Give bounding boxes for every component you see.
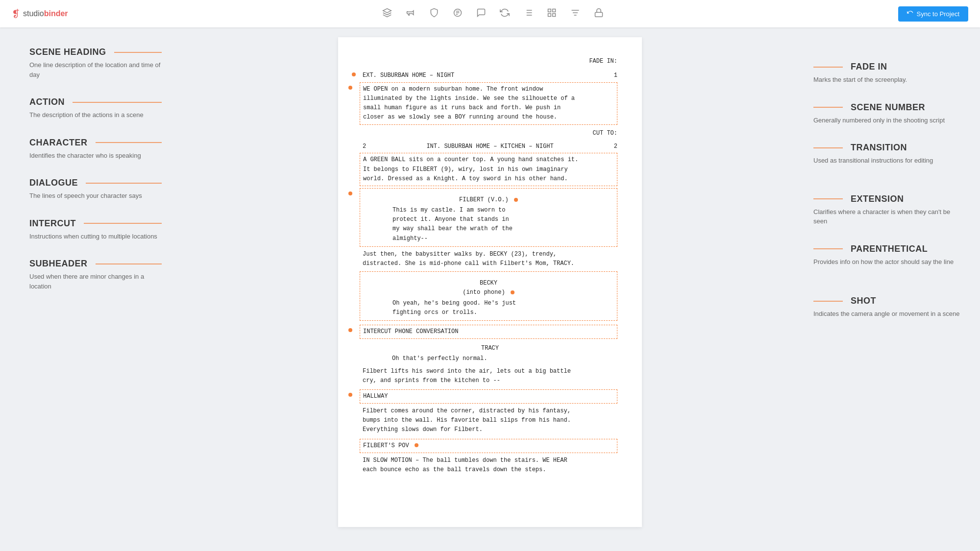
character1-name: FILBERT (V.O.) <box>363 195 614 205</box>
parenthetical-line: (into phone) <box>363 288 614 297</box>
hallway-action-text: Filbert comes around the corner, distrac… <box>363 407 571 433</box>
character-title: CHARACTER <box>29 138 162 148</box>
subheader-title: SUBHEADER <box>29 259 162 269</box>
logo-text: studiobinder <box>23 9 68 18</box>
scene2-action2: Just then, the babysitter walks by. BECK… <box>363 250 617 268</box>
megaphone-icon[interactable] <box>406 8 416 20</box>
transition-text: CUT TO: <box>593 130 617 137</box>
script-page: FADE IN: EXT. SUBURBAN HOME – NIGHT 1 WE… <box>338 37 642 527</box>
sidebar-item-scene-heading: SCENE HEADING One line description of th… <box>29 47 162 79</box>
nav-icons <box>88 8 898 20</box>
becky-text: BECKY <box>480 280 497 287</box>
logo-icon: ❡ <box>12 8 20 20</box>
subheader-desc: Used when there are minor changes in a l… <box>29 272 162 291</box>
sync-icon[interactable] <box>500 8 510 20</box>
action-title: ACTION <box>29 97 162 107</box>
scenes-icon[interactable] <box>382 8 392 20</box>
character2-name: BECKY <box>363 279 614 288</box>
character1-text: FILBERT (V.O.) <box>459 196 509 203</box>
shot-right-desc: Indicates the camera angle or movement i… <box>813 309 965 319</box>
right-item-transition: TRANSITION Used as transitional instruct… <box>813 143 965 166</box>
parenthetical-right-desc: Provides info on how the actor should sa… <box>813 257 965 267</box>
shield-icon[interactable] <box>429 8 439 20</box>
list-icon[interactable] <box>523 8 533 20</box>
dot-scene1-action <box>348 86 352 90</box>
sidebar-item-subheader: SUBHEADER Used when there are minor chan… <box>29 259 162 291</box>
right-item-parenthetical: PARENTHETICAL Provides info on how the a… <box>813 244 965 267</box>
filbert-dialogue-text: This is my castle. I am sworn to protect… <box>392 207 513 242</box>
tracy-scene: TRACY Oh that's perfectly normal. <box>363 344 617 363</box>
svg-rect-10 <box>552 13 555 16</box>
fade-in-right-title: FADE IN <box>813 62 965 72</box>
scene1-heading-text: EXT. SUBURBAN HOME – NIGHT <box>363 71 454 80</box>
becky-dialogue-text: Oh yeah, he's being good. He's just figh… <box>392 300 516 316</box>
dot-shot <box>415 443 418 447</box>
sync-to-project-button[interactable]: Sync to Project <box>898 6 968 22</box>
comment-icon[interactable] <box>476 8 486 20</box>
scene1-number: 1 <box>614 71 617 80</box>
subheader-box: HALLWAY <box>360 389 617 404</box>
svg-rect-8 <box>548 9 551 12</box>
scene2-action-text: A GREEN BALL sits on a counter top. A yo… <box>363 156 578 182</box>
tracy-text: TRACY <box>481 345 499 352</box>
filbert-dialogue: This is my castle. I am sworn to protect… <box>392 206 585 243</box>
logo: ❡ studiobinder <box>12 8 68 20</box>
sync-button-icon <box>907 10 914 17</box>
dot-parenthetical <box>511 290 514 294</box>
script-scene1-heading: EXT. SUBURBAN HOME – NIGHT 1 <box>363 71 617 80</box>
sidebar-item-character: CHARACTER Identifies the character who i… <box>29 138 162 161</box>
right-item-shot: SHOT Indicates the camera angle or movem… <box>813 296 965 319</box>
shot-box: FILBERT'S POV <box>360 439 617 453</box>
logo-binder: binder <box>44 9 68 18</box>
dot-ext <box>514 198 518 202</box>
parenthetical-right-title: PARENTHETICAL <box>813 244 965 254</box>
sidebar-item-dialogue: DIALOGUE The lines of speech your charac… <box>29 178 162 201</box>
lock-icon[interactable] <box>594 8 604 20</box>
script-fade-in: FADE IN: <box>363 57 617 66</box>
intercut-text: INTERCUT PHONE CONVERSATION <box>363 328 458 335</box>
final-action: IN SLOW MOTION – The ball tumbles down t… <box>363 456 617 475</box>
fade-in-right-desc: Marks the start of the screenplay. <box>813 75 965 85</box>
scene-heading-desc: One line description of the location and… <box>29 60 162 79</box>
intercut-box: INTERCUT PHONE CONVERSATION <box>360 325 617 339</box>
dot-intercut <box>348 328 352 332</box>
filbert-vo-box: FILBERT (V.O.) This is my castle. I am s… <box>360 188 617 247</box>
script-scene2-heading: 2 INT. SUBURBAN HOME – KITCHEN – NIGHT 2 <box>363 142 617 151</box>
scene2-action-box: A GREEN BALL sits on a counter top. A yo… <box>360 153 617 186</box>
dialogue-title: DIALOGUE <box>29 178 162 188</box>
final-action-text: IN SLOW MOTION – The ball tumbles down t… <box>363 457 567 473</box>
sync-button-label: Sync to Project <box>917 10 959 18</box>
scene1-action-text: WE OPEN on a modern suburban home. The f… <box>363 86 575 121</box>
hallway-action: Filbert comes around the corner, distrac… <box>363 407 617 435</box>
becky-dialogue-box: BECKY (into phone) Oh yeah, he's being g… <box>360 271 617 321</box>
board-icon[interactable] <box>547 8 557 20</box>
svg-rect-15 <box>595 12 602 17</box>
right-item-extension: EXTENSION Clarifies where a character is… <box>813 194 965 226</box>
scene3-action-text: Filbert lifts his sword into the air, le… <box>363 368 571 384</box>
bubble-icon[interactable] <box>453 8 463 20</box>
extension-right-desc: Clarifies where a character is when they… <box>813 207 965 226</box>
scene-number-right-desc: Generally numbered only in the shooting … <box>813 116 965 125</box>
right-item-fade-in: FADE IN Marks the start of the screenpla… <box>813 62 965 85</box>
dot-subheader <box>348 393 352 397</box>
scene2-number-right: 2 <box>614 142 617 151</box>
svg-rect-11 <box>548 13 551 16</box>
parenthetical-text: (into phone) <box>463 289 505 296</box>
logo-studio: studio <box>23 9 44 18</box>
scene-number-right-title: SCENE NUMBER <box>813 102 965 113</box>
dot-scene1-heading <box>352 72 356 76</box>
scene-heading-title: SCENE HEADING <box>29 47 162 57</box>
sidebar-item-intercut: INTERCUT Instructions when cutting to mu… <box>29 218 162 241</box>
sort-icon[interactable] <box>570 8 580 20</box>
shot-right-title: SHOT <box>813 296 965 306</box>
action-desc: The description of the actions in a scen… <box>29 110 162 120</box>
left-sidebar: SCENE HEADING One line description of th… <box>0 27 176 551</box>
subheader-text: HALLWAY <box>363 393 388 400</box>
shot-text: FILBERT'S POV <box>363 442 409 449</box>
script-transition: CUT TO: <box>363 129 617 138</box>
transition-right-desc: Used as transitional instructions for ed… <box>813 156 965 166</box>
becky-dialogue: Oh yeah, he's being good. He's just figh… <box>392 299 585 317</box>
svg-marker-0 <box>383 8 391 12</box>
tracy-dialogue-text: Oh that's perfectly normal. <box>392 355 487 362</box>
tracy-dialogue: Oh that's perfectly normal. <box>392 354 588 363</box>
